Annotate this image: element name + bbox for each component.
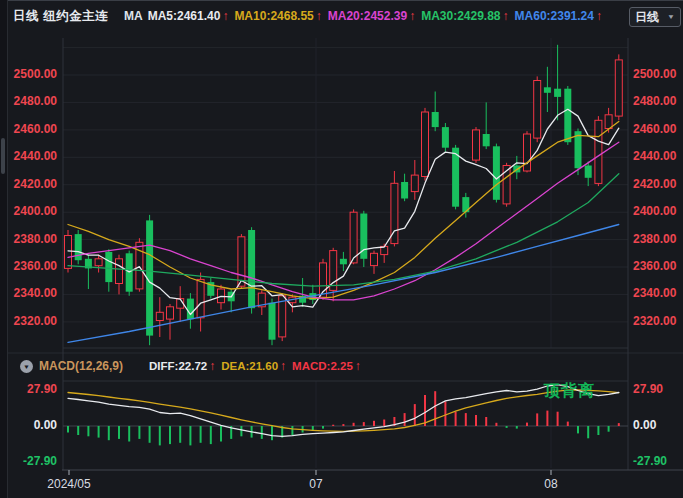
diff-value: DIFF:22.72 [149,360,207,372]
chart-header: 日线 纽约金主连 MA MA5:2461.40 ↑ MA10:2468.55 ↑… [13,5,608,27]
up-arrow-icon: ↑ [596,9,602,23]
up-arrow-icon: ↑ [409,9,415,23]
triangle-down-icon: ▼ [23,363,30,369]
page-title: 日线 纽约金主连 [13,8,108,25]
ma5-value: MA5:2461.40 [148,9,221,23]
ma60-value: MA60:2391.24 [515,9,594,23]
dea-value: DEA:21.60 [221,360,278,372]
period-dropdown[interactable]: 日线 ▼ [629,7,681,27]
candlestick-chart[interactable] [0,0,683,498]
up-arrow-icon: ↑ [222,9,228,23]
up-arrow-icon: ↑ [355,359,361,373]
ma30-value: MA30:2429.88 [421,9,500,23]
up-arrow-icon: ↑ [209,359,215,373]
macd-collapse-button[interactable]: ▼ [20,360,33,373]
up-arrow-icon: ↑ [503,9,509,23]
macd-title: MACD(12,26,9) [39,359,123,373]
period-dropdown-value: 日线 [635,9,659,26]
scrollbar-thumb[interactable] [1,138,5,174]
top-divergence-watermark: 顶背离 [544,381,595,402]
macd-value: MACD:2.25 [292,360,353,372]
up-arrow-icon: ↑ [280,359,286,373]
ma-group-label: MA [124,9,143,23]
ma10-value: MA10:2468.55 [234,9,313,23]
up-arrow-icon: ↑ [316,9,322,23]
chevron-down-icon: ▼ [667,13,675,20]
left-sidebar-strip [0,0,8,498]
ma20-value: MA20:2452.39 [328,9,407,23]
macd-header: ▼ MACD(12,26,9) DIFF:22.72 ↑ DEA:21.60 ↑… [20,357,367,375]
